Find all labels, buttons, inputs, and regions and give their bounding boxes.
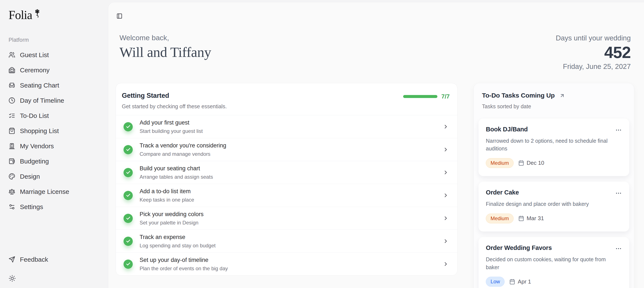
feedback-button[interactable]: Feedback	[8, 252, 102, 267]
sidebar-item-marriage-license[interactable]: Marriage License	[8, 184, 102, 199]
feedback-label: Feedback	[20, 256, 48, 263]
sidebar-item-budgeting[interactable]: Budgeting	[8, 154, 102, 169]
checklist-item-subtitle: Keep tasks in one place	[140, 197, 436, 203]
checklist-item-seating-chart[interactable]: Build your seating chart Arrange tables …	[116, 161, 457, 184]
task-card-top: Order Cake	[486, 189, 622, 197]
task-card-book-dj-band[interactable]: Book DJ/Band Narrowed down to 2 options,…	[478, 119, 629, 176]
due-date-text: Dec 10	[527, 160, 544, 166]
scale-icon	[8, 188, 15, 195]
chevron-right-icon	[443, 261, 449, 267]
priority-badge: Low	[486, 277, 504, 287]
checklist-item-wedding-colors[interactable]: Pick your wedding colors Set your palett…	[116, 207, 457, 230]
checklist-item-add-todo[interactable]: Add a to-do list item Keep tasks in one …	[116, 184, 457, 207]
task-description: Finalize design and place order with bak…	[486, 200, 614, 208]
checklist-item-title: Set up your day-of timeline	[140, 257, 436, 263]
ellipsis-icon	[615, 127, 622, 134]
welcome-block: Welcome back, Will and Tiffany	[120, 33, 211, 60]
checklist-item-text: Track an expense Log spending and stay o…	[140, 234, 436, 249]
task-meta: Medium Dec 10	[486, 158, 622, 168]
checklist-item-track-vendor[interactable]: Track a vendor you're considering Compar…	[116, 138, 457, 161]
due-date-text: Mar 31	[527, 215, 544, 222]
checklist-item-add-first-guest[interactable]: Add your first guest Start building your…	[116, 115, 457, 138]
calendar-icon	[518, 216, 524, 221]
due-date: Mar 31	[518, 215, 544, 222]
sidebar-item-label: To-Do List	[20, 112, 49, 119]
sidebar-item-to-do-list[interactable]: To-Do List	[8, 108, 102, 123]
check-circle-icon	[124, 237, 133, 246]
task-description: Narrowed down to 2 options, need to sche…	[486, 137, 614, 153]
task-card-order-cake[interactable]: Order Cake Finalize design and place ord…	[478, 182, 629, 232]
task-meta: Medium Mar 31	[486, 214, 622, 224]
task-card-order-wedding-favors[interactable]: Order Wedding Favors Decided on custom c…	[478, 237, 629, 288]
sidebar-item-ceremony[interactable]: Ceremony	[8, 62, 102, 78]
checklist-item-title: Add a to-do list item	[140, 188, 436, 195]
checklist-item-subtitle: Set your palette in Design	[140, 220, 436, 226]
task-menu-button[interactable]	[615, 190, 622, 197]
theme-toggle[interactable]	[8, 275, 16, 282]
sidebar-item-label: Guest List	[20, 51, 49, 59]
sidebar-item-my-vendors[interactable]: My Vendors	[8, 138, 102, 154]
checklist-item-subtitle: Compare and manage vendors	[140, 151, 436, 157]
priority-badge: Medium	[486, 158, 514, 168]
sidebar-item-label: Marriage License	[20, 188, 69, 195]
content-row: Getting Started Get started by checking …	[108, 71, 644, 288]
todo-tasks-panel: To-Do Tasks Coming Up Tasks sorted by da…	[474, 83, 634, 288]
checklist-item-track-expense[interactable]: Track an expense Log spending and stay o…	[116, 230, 457, 253]
priority-badge: Medium	[486, 214, 514, 224]
todo-panel-subtitle: Tasks sorted by date	[478, 103, 629, 110]
check-circle-icon	[124, 214, 133, 223]
palette-icon	[8, 173, 15, 180]
ellipsis-icon	[615, 190, 622, 197]
checklist-item-text: Track a vendor you're considering Compar…	[140, 142, 436, 157]
task-list: Book DJ/Band Narrowed down to 2 options,…	[478, 119, 629, 288]
task-meta: Low Apr 1	[486, 277, 622, 287]
task-title: Order Cake	[486, 189, 519, 196]
getting-started-subtitle: Get started by checking off these essent…	[122, 103, 227, 110]
calendar-icon	[509, 279, 515, 285]
check-circle-icon	[124, 260, 133, 269]
countdown-days: 452	[556, 43, 631, 62]
chevron-right-icon	[443, 192, 449, 198]
progress-label: 7/7	[441, 93, 450, 100]
sidebar-item-guest-list[interactable]: Guest List	[8, 47, 102, 62]
sidebar-item-seating-chart[interactable]: Seating Chart	[8, 78, 102, 93]
task-title: Book DJ/Band	[486, 126, 528, 133]
check-circle-icon	[124, 122, 133, 131]
task-card-top: Book DJ/Band	[486, 126, 622, 134]
progress-bar	[403, 95, 438, 98]
sidebar-item-day-of-timeline[interactable]: Day of Timeline	[8, 93, 102, 108]
todo-panel-header-link[interactable]: To-Do Tasks Coming Up	[478, 92, 629, 99]
getting-started-title: Getting Started	[122, 92, 227, 99]
sidebar-nav: Guest List Ceremony Seating Chart Day of…	[8, 47, 102, 214]
checklist-item-title: Add your first guest	[140, 119, 436, 126]
chevron-right-icon	[443, 215, 449, 221]
sidebar-item-settings[interactable]: Settings	[8, 199, 102, 214]
checklist-item-text: Build your seating chart Arrange tables …	[140, 165, 436, 180]
chevron-right-icon	[443, 169, 449, 175]
hero-header: Welcome back, Will and Tiffany Days unti…	[108, 2, 644, 71]
sliders-icon	[8, 204, 15, 210]
wedding-countdown: Days until your wedding 452 Friday, June…	[556, 34, 631, 71]
checklist-item-title: Build your seating chart	[140, 165, 436, 172]
sidebar-collapse-button[interactable]	[116, 13, 122, 19]
chevron-right-icon	[443, 124, 449, 130]
main-panel: Welcome back, Will and Tiffany Days unti…	[108, 2, 644, 288]
countdown-label: Days until your wedding	[556, 34, 631, 42]
due-date: Dec 10	[518, 160, 544, 166]
panel-left-icon	[116, 13, 122, 19]
send-icon	[8, 256, 15, 263]
sidebar-section-label: Platform	[8, 37, 102, 43]
task-title: Order Wedding Favors	[486, 244, 552, 252]
task-menu-button[interactable]	[615, 127, 622, 134]
sidebar-item-design[interactable]: Design	[8, 169, 102, 184]
checklist-item-text: Add a to-do list item Keep tasks in one …	[140, 188, 436, 203]
progress-indicator: 7/7	[403, 93, 450, 100]
checklist-item-day-of-timeline[interactable]: Set up your day-of timeline Plan the ord…	[116, 253, 457, 275]
task-card-top: Order Wedding Favors	[486, 244, 622, 252]
checklist-item-text: Add your first guest Start building your…	[140, 119, 436, 134]
list-checks-icon	[8, 112, 15, 119]
vendor-building-icon	[8, 143, 15, 149]
brand-logo[interactable]: Folia	[8, 9, 102, 21]
task-menu-button[interactable]	[615, 245, 622, 252]
sidebar-item-shopping-list[interactable]: Shopping List	[8, 123, 102, 138]
